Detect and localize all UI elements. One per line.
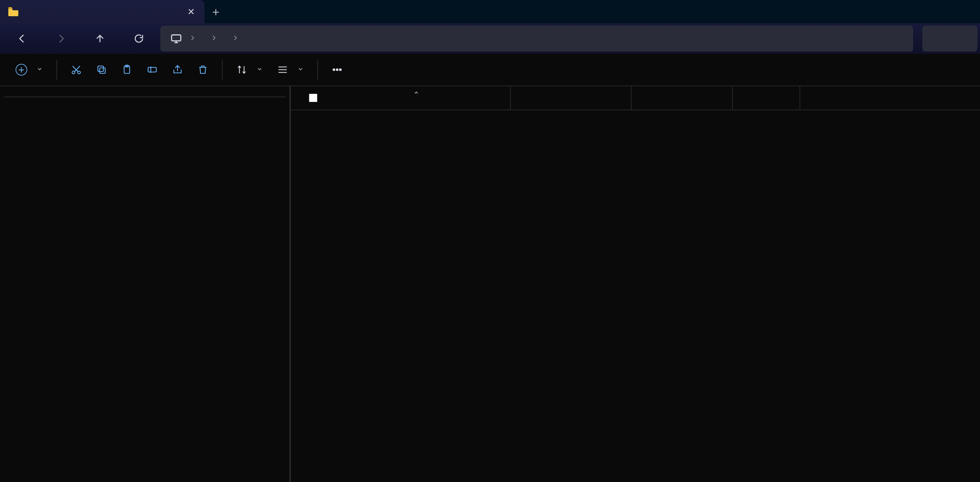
forward-button[interactable] (41, 25, 81, 52)
toolbar: + (0, 54, 980, 86)
svg-rect-4 (98, 66, 103, 71)
column-modified[interactable] (511, 86, 632, 110)
column-select-all[interactable] (304, 86, 323, 110)
search-input[interactable] (922, 25, 977, 52)
back-button[interactable] (3, 25, 41, 52)
tab-strip: ✕ ＋ (0, 0, 980, 23)
sidebar-divider (4, 97, 286, 97)
cut-button[interactable] (64, 58, 88, 81)
tab-close-button[interactable]: ✕ (186, 7, 196, 16)
content-pane (291, 86, 980, 482)
breadcrumb-work[interactable] (217, 25, 232, 52)
paste-button[interactable] (115, 58, 139, 81)
chevron-down-icon (297, 66, 304, 74)
column-size[interactable] (733, 86, 800, 110)
refresh-button[interactable] (119, 25, 158, 52)
plus-icon: + (16, 64, 27, 76)
svg-point-9 (336, 69, 338, 71)
chevron-right-icon (189, 34, 196, 43)
svg-rect-7 (148, 67, 156, 72)
chevron-down-icon (37, 66, 43, 74)
tab-work[interactable]: ✕ (0, 0, 204, 23)
svg-rect-0 (172, 35, 181, 41)
column-type[interactable] (632, 86, 733, 110)
separator (56, 60, 57, 80)
breadcrumb-documents[interactable] (196, 25, 210, 52)
copy-button[interactable] (89, 58, 114, 81)
sort-button[interactable] (230, 58, 269, 81)
svg-point-8 (333, 69, 335, 71)
svg-point-10 (339, 69, 341, 71)
svg-point-1 (72, 71, 75, 74)
column-name[interactable] (323, 86, 511, 110)
folder-icon (8, 7, 19, 16)
delete-button[interactable] (191, 58, 215, 81)
chevron-right-icon (232, 34, 239, 43)
nav-bar (0, 23, 980, 54)
breadcrumb-pc[interactable] (164, 25, 189, 52)
body (0, 86, 980, 482)
chevron-down-icon (256, 66, 263, 74)
separator (317, 60, 318, 80)
svg-point-2 (78, 71, 81, 74)
up-button[interactable] (81, 25, 119, 52)
column-headers (291, 86, 980, 110)
separator (222, 60, 223, 80)
sidebar (0, 86, 291, 482)
file-list (291, 110, 980, 113)
more-button[interactable] (325, 58, 349, 81)
select-all-checkbox[interactable] (309, 94, 317, 102)
svg-rect-3 (100, 68, 105, 73)
view-button[interactable] (270, 58, 310, 81)
share-button[interactable] (165, 58, 189, 81)
chevron-right-icon (210, 34, 217, 43)
breadcrumb-bar[interactable] (160, 25, 913, 52)
sort-asc-icon (414, 87, 419, 98)
new-button[interactable]: + (9, 58, 49, 81)
rename-button[interactable] (140, 58, 164, 81)
new-tab-button[interactable]: ＋ (204, 0, 227, 23)
